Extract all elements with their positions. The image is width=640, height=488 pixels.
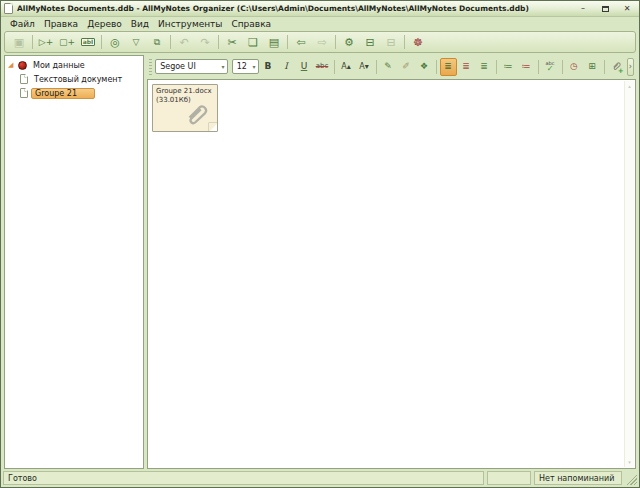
editor-column: Segoe UI ▾ 12 ▾ B I U abc A▴ A▾ ✎ ✐ ❖	[147, 55, 636, 469]
menu-bar: Файл Правка Дерево Вид Инструменты Справ…	[1, 17, 639, 30]
toolbar-separator	[101, 35, 102, 49]
minimize-button[interactable]: –	[574, 2, 592, 15]
status-bar: Готово Нет напоминаний	[1, 469, 639, 487]
italic-icon[interactable]: I	[278, 58, 295, 76]
root-folder-icon	[18, 61, 27, 70]
tree-item-groupe-21[interactable]: Groupe 21	[5, 86, 143, 100]
status-reminders: Нет напоминаний	[534, 471, 622, 485]
format-painter-icon[interactable]: ❖	[416, 58, 433, 76]
chevron-down-icon: ▾	[252, 63, 255, 70]
attachment-filename: Groupe 21.docx	[156, 87, 214, 96]
settings-icon[interactable]: ⚙	[339, 33, 359, 51]
filter-search-icon[interactable]: ▽	[126, 33, 146, 51]
paperclip-icon	[182, 100, 212, 130]
status-message: Готово	[3, 471, 484, 485]
menu-help[interactable]: Справка	[227, 18, 275, 30]
reminder-icon[interactable]: ◷	[566, 58, 583, 76]
app-window: AllMyNotes Documents.ddb - AllMyNotes Or…	[0, 0, 640, 488]
attach-file-icon[interactable]: +	[608, 58, 625, 76]
toolbar-separator	[376, 60, 377, 74]
font-size-value: 12	[237, 62, 247, 71]
toolbar-separator	[335, 35, 336, 49]
copy-icon[interactable]: ❏	[243, 33, 263, 51]
app-icon	[4, 3, 13, 14]
underline-icon[interactable]: U	[296, 58, 313, 76]
toolbar-separator	[287, 35, 288, 49]
insert-table-icon[interactable]: ⊞	[584, 58, 601, 76]
toolbar-separator	[562, 60, 563, 74]
title-bar: AllMyNotes Documents.ddb - AllMyNotes Or…	[1, 1, 639, 17]
format-toolbar: Segoe UI ▾ 12 ▾ B I U abc A▴ A▾ ✎ ✐ ❖	[147, 55, 636, 79]
save-icon[interactable]: ▣	[9, 33, 29, 51]
expander-icon[interactable]: ◢	[8, 61, 15, 69]
bullet-list-icon[interactable]: ≔	[500, 58, 517, 76]
resize-grip[interactable]	[625, 471, 637, 485]
toolbar-separator	[436, 60, 437, 74]
highlight-icon[interactable]: ✐	[398, 58, 415, 76]
chevron-down-icon: ▾	[222, 63, 225, 70]
status-middle	[487, 471, 531, 485]
maximize-icon	[602, 6, 609, 12]
align-right-icon[interactable]: ≣	[476, 58, 493, 76]
toolbar-separator	[218, 35, 219, 49]
font-family-value: Segoe UI	[160, 62, 196, 71]
align-left-icon[interactable]: ≣	[440, 58, 457, 76]
scroll-up-icon: ▴	[628, 83, 631, 89]
decrease-font-icon[interactable]: A▾	[356, 58, 373, 76]
font-family-select[interactable]: Segoe UI ▾	[155, 59, 227, 74]
toolbar-separator	[32, 35, 33, 49]
maximize-button[interactable]	[596, 2, 614, 15]
note-icon	[20, 88, 28, 98]
new-note-icon[interactable]: ▢+	[57, 33, 77, 51]
content-area: ◢ Мои данные Текстовый документ Groupe 2…	[1, 55, 639, 469]
bold-icon[interactable]: B	[260, 58, 277, 76]
toolbar-overflow-button[interactable]: ›	[627, 58, 635, 76]
toolbar-separator	[538, 60, 539, 74]
print-icon[interactable]: ⊟	[360, 33, 380, 51]
note-editor-area[interactable]: Groupe 21.docx (33.01Кб) ▴ ▾	[147, 79, 636, 469]
attachment-item[interactable]: Groupe 21.docx (33.01Кб)	[152, 84, 218, 132]
tree-root-label: Мои данные	[30, 60, 88, 71]
toolbar-separator	[604, 60, 605, 74]
scroll-down-icon: ▾	[628, 459, 631, 465]
menu-edit[interactable]: Правка	[40, 18, 82, 30]
print-preview-icon[interactable]: ⊟	[381, 33, 401, 51]
toolbar-row: ▣ ▷+ ▢+ abI ◎ ▽ ⧉ ↶ ↷ ✂ ❏ ▤ ⇦ ⇨ ⚙ ⊟ ⊟ ☸	[1, 30, 639, 55]
rename-icon[interactable]: abI	[78, 33, 98, 51]
font-size-select[interactable]: 12 ▾	[232, 59, 259, 74]
undo-icon[interactable]: ↶	[174, 33, 194, 51]
close-button[interactable]: ✕	[618, 2, 636, 15]
spellcheck-icon[interactable]: abc ✓	[542, 58, 559, 76]
paste-icon[interactable]: ▤	[264, 33, 284, 51]
redo-icon[interactable]: ↷	[195, 33, 215, 51]
toolbar-separator	[170, 35, 171, 49]
plus-icon: +	[618, 68, 624, 75]
toolbar-separator	[496, 60, 497, 74]
strikethrough-icon[interactable]: abc	[314, 58, 331, 76]
toolbar-grip[interactable]	[149, 59, 152, 75]
note-search-icon[interactable]: ⧉	[147, 33, 167, 51]
tree-item-text-document[interactable]: Текстовый документ	[5, 72, 143, 86]
window-title: AllMyNotes Documents.ddb - AllMyNotes Or…	[17, 4, 570, 13]
increase-font-icon[interactable]: A▴	[338, 58, 355, 76]
cut-icon[interactable]: ✂	[222, 33, 242, 51]
new-folder-icon[interactable]: ▷+	[36, 33, 56, 51]
tree-root-row[interactable]: ◢ Мои данные	[5, 58, 143, 72]
toolbar-separator	[334, 60, 335, 74]
menu-tools[interactable]: Инструменты	[154, 18, 226, 30]
back-icon[interactable]: ⇦	[291, 33, 311, 51]
font-color-icon[interactable]: ✎	[380, 58, 397, 76]
menu-file[interactable]: Файл	[6, 18, 39, 30]
editor-scrollbar[interactable]: ▴ ▾	[624, 81, 634, 467]
help-icon[interactable]: ☸	[408, 33, 428, 51]
main-toolbar: ▣ ▷+ ▢+ abI ◎ ▽ ⧉ ↶ ↷ ✂ ❏ ▤ ⇦ ⇨ ⚙ ⊟ ⊟ ☸	[4, 31, 636, 53]
global-search-icon[interactable]: ◎	[105, 33, 125, 51]
numbered-list-icon[interactable]: ≔	[518, 58, 535, 76]
toolbar-separator	[404, 35, 405, 49]
forward-icon[interactable]: ⇨	[312, 33, 332, 51]
check-icon: ✓	[547, 65, 554, 73]
menu-tree[interactable]: Дерево	[83, 18, 126, 30]
menu-view[interactable]: Вид	[127, 18, 153, 30]
align-center-icon[interactable]: ≣	[458, 58, 475, 76]
tree-item-label: Текстовый документ	[31, 74, 125, 85]
